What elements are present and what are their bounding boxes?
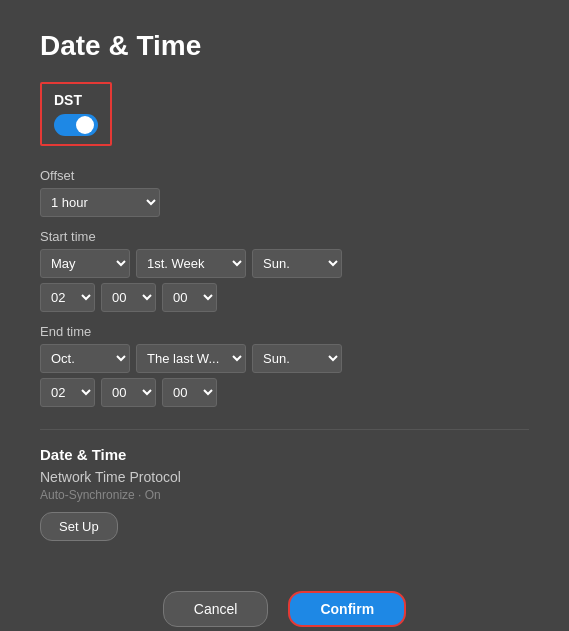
start-time-row1: Jan.Feb.Mar.Apr. MayJun.Jul.Aug. Sep.Oct… bbox=[40, 249, 529, 278]
divider bbox=[40, 429, 529, 430]
end-time-label: End time bbox=[40, 324, 529, 339]
toggle-container bbox=[54, 114, 98, 136]
start-month-select[interactable]: Jan.Feb.Mar.Apr. MayJun.Jul.Aug. Sep.Oct… bbox=[40, 249, 130, 278]
start-time-row2: 00010203 04050607 08091011 00051015 2025… bbox=[40, 283, 529, 312]
end-time-row1: Jan.Feb.Mar.Apr. MayJun.Jul.Aug. Sep.Oct… bbox=[40, 344, 529, 373]
start-time-label: Start time bbox=[40, 229, 529, 244]
start-min-select[interactable]: 00051015 20253035 40455055 bbox=[101, 283, 156, 312]
footer: Cancel Confirm bbox=[40, 581, 529, 627]
ntp-label: Network Time Protocol bbox=[40, 469, 529, 485]
dst-section: DST bbox=[40, 82, 112, 146]
end-time-group: End time Jan.Feb.Mar.Apr. MayJun.Jul.Aug… bbox=[40, 324, 529, 407]
start-day-select[interactable]: Sun.Mon.Tue. Wed.Thu.Fri.Sat. bbox=[252, 249, 342, 278]
dst-toggle[interactable] bbox=[54, 114, 98, 136]
start-sec-select[interactable]: 00051015 20253035 40455055 bbox=[162, 283, 217, 312]
auto-sync-label: Auto-Synchronize · On bbox=[40, 488, 529, 502]
end-min-select[interactable]: 00051015 20253035 40455055 bbox=[101, 378, 156, 407]
offset-label: Offset bbox=[40, 168, 529, 183]
page-title: Date & Time bbox=[40, 30, 529, 62]
cancel-button[interactable]: Cancel bbox=[163, 591, 269, 627]
offset-row: 1 hour 30 minutes 45 minutes bbox=[40, 188, 529, 217]
start-time-group: Start time Jan.Feb.Mar.Apr. MayJun.Jul.A… bbox=[40, 229, 529, 312]
dst-label: DST bbox=[54, 92, 98, 108]
offset-group: Offset 1 hour 30 minutes 45 minutes bbox=[40, 168, 529, 217]
start-hour-select[interactable]: 00010203 04050607 08091011 bbox=[40, 283, 95, 312]
toggle-slider bbox=[54, 114, 98, 136]
offset-select[interactable]: 1 hour 30 minutes 45 minutes bbox=[40, 188, 160, 217]
confirm-button[interactable]: Confirm bbox=[288, 591, 406, 627]
end-month-select[interactable]: Jan.Feb.Mar.Apr. MayJun.Jul.Aug. Sep.Oct… bbox=[40, 344, 130, 373]
end-sec-select[interactable]: 00051015 20253035 40455055 bbox=[162, 378, 217, 407]
end-day-select[interactable]: Sun.Mon.Tue. Wed.Thu.Fri.Sat. bbox=[252, 344, 342, 373]
end-time-row2: 00010203 04050607 08091011 00051015 2025… bbox=[40, 378, 529, 407]
end-hour-select[interactable]: 00010203 04050607 08091011 bbox=[40, 378, 95, 407]
setup-button[interactable]: Set Up bbox=[40, 512, 118, 541]
end-week-select[interactable]: 1st. Week 2nd. Week 3rd. Week 4th. Week … bbox=[136, 344, 246, 373]
datetime-section-title: Date & Time bbox=[40, 446, 529, 463]
dialog: Date & Time DST Offset 1 hour 30 minutes… bbox=[0, 0, 569, 631]
start-week-select[interactable]: 1st. Week 2nd. Week 3rd. Week 4th. Week … bbox=[136, 249, 246, 278]
